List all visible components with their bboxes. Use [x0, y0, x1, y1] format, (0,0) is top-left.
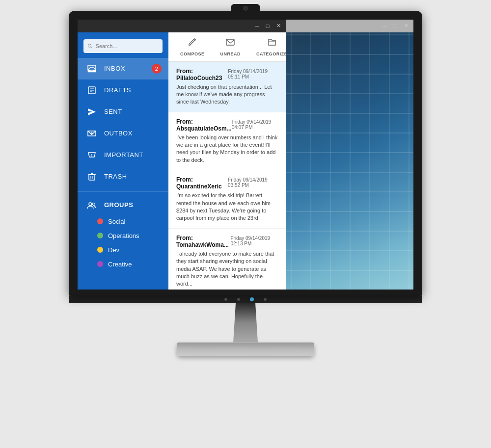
operations-dot	[97, 233, 103, 238]
svg-point-0	[88, 44, 91, 47]
email-item-1[interactable]: From: AbsquatulateOsm... Friday 09/14/20…	[168, 112, 286, 171]
main-email-area: COMPOSE UNREAD	[168, 32, 286, 290]
email-time-2: Friday 09/14/2019 03:52 PM	[228, 177, 278, 188]
email-list: From: PillalooCouch23 Friday 09/14/2019 …	[168, 62, 286, 290]
email-time-3: Friday 09/14/2019 02:13 PM	[230, 236, 278, 246]
groups-section: GROUPS Social Operations	[78, 196, 168, 275]
sent-label: SENT	[104, 108, 122, 115]
power-indicator[interactable]	[250, 297, 254, 301]
creative-label: Creative	[108, 261, 132, 268]
svg-line-1	[91, 47, 92, 48]
maximize-btn[interactable]: □	[264, 23, 271, 29]
sent-icon	[86, 106, 97, 117]
webcam	[231, 4, 260, 13]
compose-label: COMPOSE	[180, 52, 205, 56]
group-dev[interactable]: Dev	[78, 243, 168, 257]
trash-label: TRASH	[104, 173, 127, 180]
sidebar-item-sent[interactable]: SENT	[78, 101, 168, 123]
bg-maximize-btn[interactable]: □	[392, 23, 399, 29]
minimize-btn[interactable]: ─	[253, 23, 260, 29]
important-label: IMPORTANT	[104, 151, 143, 158]
important-icon	[86, 150, 97, 160]
email-from-0: From: PillalooCouch23	[176, 68, 228, 81]
monitor-bezel: ─ □ ✕ ─ □ ✕	[69, 11, 422, 295]
email-time-1: Friday 09/14/2019 04:07 PM	[232, 119, 278, 130]
stand-base	[177, 343, 314, 356]
svg-rect-15	[226, 39, 234, 45]
email-item-3[interactable]: From: TomahawkWoma... Friday 09/14/2019 …	[168, 229, 286, 290]
nav-items: INBOX 2	[78, 58, 168, 290]
social-dot	[97, 218, 103, 224]
svg-point-7	[91, 156, 92, 157]
categorize-btn[interactable]: CATEGORIZE	[249, 34, 286, 59]
email-from-2: From: QuarantineXeric	[176, 176, 228, 190]
categorize-label: CATEGORIZE	[256, 52, 286, 56]
outbox-label: OUTBOX	[104, 130, 133, 137]
unread-btn[interactable]: UNREAD	[214, 34, 248, 59]
indicator-1	[224, 298, 227, 301]
email-from-3: From: TomahawkWoma...	[176, 235, 230, 248]
compose-btn[interactable]: COMPOSE	[173, 34, 212, 59]
sidebar-item-trash[interactable]: TRASH	[78, 166, 168, 187]
indicator-3	[264, 298, 267, 301]
groups-icon	[86, 200, 97, 211]
groups-header: GROUPS	[78, 196, 168, 214]
dev-dot	[97, 247, 103, 253]
monitor-bottom	[69, 295, 422, 303]
drafts-label: DRAFTS	[104, 86, 131, 94]
email-body-3: I already told everyone to make sure tha…	[176, 250, 278, 288]
trash-icon	[86, 171, 97, 182]
email-app-window: ─ □ ✕	[78, 20, 286, 290]
email-from-1: From: AbsquatulateOsm...	[176, 118, 232, 132]
unread-icon	[225, 37, 235, 50]
group-social[interactable]: Social	[78, 214, 168, 229]
email-body-2: I'm so excited for the ski trip! Barrett…	[176, 192, 278, 222]
group-operations[interactable]: Operations	[78, 229, 168, 243]
compose-icon	[188, 37, 197, 50]
svg-point-14	[93, 203, 95, 205]
social-label: Social	[108, 218, 125, 225]
sidebar: INBOX 2	[78, 32, 168, 290]
indicator-2	[237, 298, 240, 301]
email-time-0: Friday 09/14/2019 05:11 PM	[228, 69, 278, 79]
svg-rect-8	[89, 175, 95, 180]
nav-divider	[78, 191, 168, 192]
dev-label: Dev	[108, 246, 119, 254]
screen: ─ □ ✕ ─ □ ✕	[78, 20, 413, 290]
email-item-0[interactable]: From: PillalooCouch23 Friday 09/14/2019 …	[168, 62, 286, 112]
svg-point-13	[89, 203, 92, 206]
search-icon	[87, 43, 93, 49]
email-item-2[interactable]: From: QuarantineXeric Friday 09/14/2019 …	[168, 170, 286, 229]
inbox-icon	[86, 63, 97, 74]
stand-neck	[221, 303, 270, 343]
inbox-badge: 2	[152, 64, 162, 74]
sidebar-item-drafts[interactable]: DRAFTS	[78, 79, 168, 101]
toolbar: COMPOSE UNREAD	[168, 32, 286, 62]
email-body-1: I've been looking over numbers and I thi…	[176, 134, 278, 164]
search-bar[interactable]	[83, 39, 163, 53]
bg-close-btn[interactable]: ✕	[403, 23, 409, 29]
operations-label: Operations	[108, 232, 139, 239]
bg-minimize-btn[interactable]: ─	[381, 23, 388, 29]
webcam-lens	[243, 6, 248, 11]
sidebar-item-inbox[interactable]: INBOX 2	[78, 58, 168, 79]
drafts-icon	[86, 85, 97, 96]
sidebar-item-important[interactable]: IMPORTANT	[78, 144, 168, 166]
group-creative[interactable]: Creative	[78, 257, 168, 271]
title-bar: ─ □ ✕	[78, 20, 286, 32]
email-body-0: Just checking on that presentation... Le…	[176, 83, 278, 106]
outbox-icon	[86, 128, 97, 139]
search-input[interactable]	[96, 43, 159, 49]
sidebar-item-outbox[interactable]: OUTBOX	[78, 123, 168, 144]
groups-label: GROUPS	[104, 201, 133, 209]
app-window: INBOX 2	[78, 32, 286, 290]
categorize-icon	[267, 37, 277, 50]
creative-dot	[97, 261, 103, 267]
unread-label: UNREAD	[220, 52, 241, 56]
close-btn[interactable]: ✕	[275, 23, 282, 29]
